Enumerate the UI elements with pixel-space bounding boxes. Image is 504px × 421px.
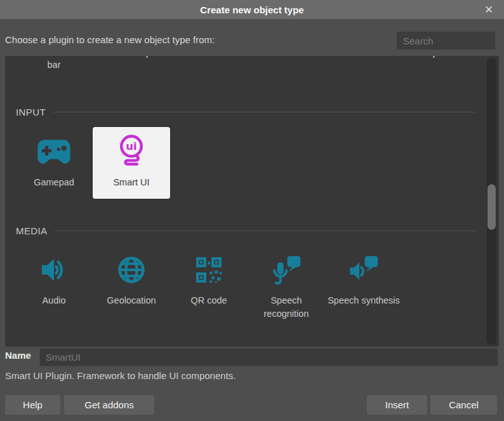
- plugin-item-audio[interactable]: Audio: [15, 245, 93, 321]
- qr-code-icon: [191, 253, 227, 286]
- search-input[interactable]: [396, 31, 496, 50]
- instruction-text: Choose a plugin to create a new object t…: [5, 34, 215, 45]
- clipped-text-fragment: [146, 56, 148, 58]
- plugin-item-label: QR code: [190, 294, 227, 307]
- svg-text:ui: ui: [126, 141, 136, 153]
- plugin-item-gamepad[interactable]: Gamepad: [15, 127, 93, 199]
- section-label: MEDIA: [16, 225, 48, 236]
- section-divider-line: [53, 112, 476, 112]
- scrollbar-track[interactable]: [487, 58, 496, 345]
- globe-icon: [114, 253, 149, 286]
- name-input[interactable]: [39, 348, 498, 366]
- plugin-item-label: Speech recognition: [248, 294, 325, 321]
- clipped-plugin-label: Progress bar: [15, 56, 93, 72]
- plugin-item-geolocation[interactable]: Geolocation: [93, 245, 170, 321]
- name-label: Name: [5, 350, 31, 361]
- get-addons-button[interactable]: Get addons: [64, 395, 154, 415]
- microphone-bubble-icon: [269, 253, 304, 286]
- plugin-item-label: Speech synthesis: [328, 294, 400, 307]
- plugin-description: Smart UI Plugin. Framework to handle UI …: [5, 370, 236, 381]
- plugin-item-smart-ui[interactable]: ui Smart UI: [93, 127, 170, 199]
- input-items-row: Gamepad ui Smart UI: [15, 127, 170, 199]
- plugin-item-label: Smart UI: [113, 176, 149, 189]
- scrollbar-thumb[interactable]: [487, 184, 496, 230]
- smart-ui-lightbulb-icon: ui: [114, 135, 149, 168]
- plugin-item-label: Audio: [42, 294, 65, 307]
- plugin-item-speech-recognition[interactable]: Speech recognition: [248, 245, 325, 321]
- speaker-bubble-icon: [346, 253, 381, 286]
- section-header-media: MEDIA: [16, 225, 476, 236]
- section-label: INPUT: [16, 107, 46, 117]
- plugin-item-speech-synthesis[interactable]: Speech synthesis: [325, 245, 402, 321]
- plugin-item-label: Gamepad: [34, 176, 74, 189]
- help-button[interactable]: Help: [5, 395, 60, 415]
- dialog-title: Create new object type: [200, 4, 303, 15]
- cancel-button[interactable]: Cancel: [430, 395, 497, 415]
- create-object-dialog: { "titlebar": { "title": "Create new obj…: [0, 0, 504, 421]
- clipped-text-fragment: [433, 56, 435, 58]
- speaker-icon: [36, 253, 72, 286]
- dialog-titlebar: Create new object type ✕: [0, 0, 504, 19]
- section-header-input: INPUT: [16, 106, 476, 117]
- plugin-item-qr-code[interactable]: QR code: [170, 245, 248, 321]
- gamepad-icon: [36, 135, 72, 168]
- plugin-list-panel[interactable]: Progress bar INPUT Gamepad ui: [5, 56, 499, 347]
- media-items-row: Audio Geolocation: [15, 245, 402, 321]
- insert-button[interactable]: Insert: [367, 395, 427, 415]
- plugin-item-label: Geolocation: [107, 294, 156, 307]
- section-divider-line: [55, 231, 476, 231]
- close-icon[interactable]: ✕: [480, 0, 498, 19]
